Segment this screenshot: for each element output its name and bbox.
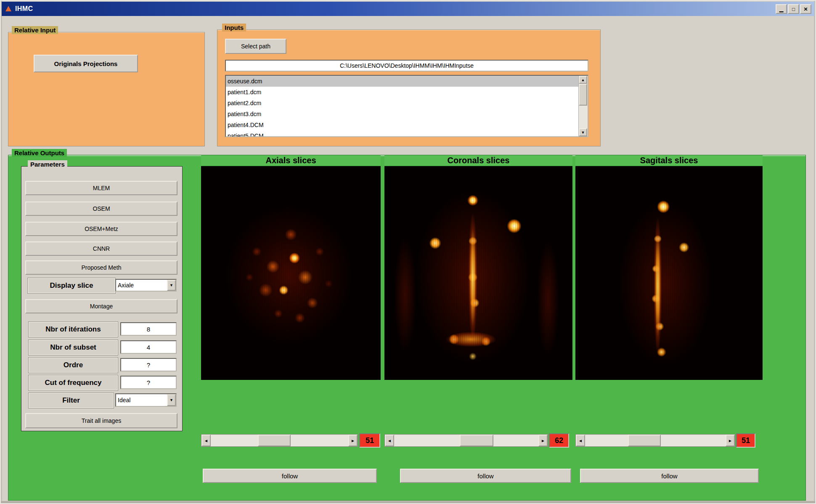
file-listbox[interactable]: osseuse.dcm patient1.dcm patient2.dcm pa… — [225, 75, 588, 137]
filter-label: Filter — [29, 393, 114, 408]
coronal-slice-scrollbar[interactable]: ◄ ► — [384, 434, 548, 447]
sagittal-scroll-thumb[interactable] — [628, 435, 661, 446]
app-window: IHMC ▁ □ ✕ Relative Input Originals Proj… — [0, 0, 816, 504]
sagittal-slice-scrollbar[interactable]: ◄ ► — [575, 434, 735, 447]
filter-value: Ideal — [118, 394, 130, 406]
osem-button[interactable]: OSEM — [25, 202, 178, 216]
montage-button[interactable]: Montage — [25, 299, 178, 313]
title-bar: IHMC ▁ □ ✕ — [2, 2, 814, 16]
app-icon — [5, 5, 12, 13]
sagittal-viewer-title: Sagitals slices — [575, 155, 763, 166]
scroll-down-arrow-icon[interactable]: ▼ — [579, 128, 587, 136]
coronal-slice-number[interactable]: 62 — [549, 433, 569, 448]
iterations-field[interactable] — [120, 322, 177, 336]
display-slice-value: Axiale — [118, 280, 134, 291]
filter-dropdown[interactable]: Ideal ▼ — [115, 393, 177, 407]
ordre-field[interactable] — [120, 358, 177, 371]
axial-slice-image — [201, 166, 381, 380]
sagittal-follow-button[interactable]: follow — [580, 469, 759, 483]
osem-metz-button[interactable]: OSEM+Metz — [25, 222, 178, 236]
cnnr-button[interactable]: CNNR — [25, 241, 178, 256]
list-item[interactable]: patient3.dcm — [226, 109, 588, 119]
list-item[interactable]: osseuse.dcm — [226, 76, 588, 87]
scroll-left-arrow-icon[interactable]: ◄ — [576, 435, 585, 446]
relative-input-panel — [8, 32, 205, 146]
coronal-viewer-title: Coronals slices — [384, 155, 572, 166]
chevron-down-icon[interactable]: ▼ — [167, 280, 176, 291]
scroll-up-arrow-icon[interactable]: ▲ — [579, 76, 587, 84]
trait-all-images-button[interactable]: Trait all images — [25, 413, 178, 428]
display-slice-dropdown[interactable]: Axiale ▼ — [115, 279, 177, 292]
axial-viewer-title: Axials slices — [201, 155, 381, 166]
cutoff-frequency-label: Cut of frequency — [29, 375, 118, 390]
subset-field[interactable] — [120, 340, 177, 354]
coronal-scroll-thumb[interactable] — [460, 435, 493, 446]
scroll-right-arrow-icon[interactable]: ► — [538, 435, 548, 446]
close-button[interactable]: ✕ — [800, 4, 811, 14]
sagittal-slice-image — [575, 166, 763, 380]
list-item[interactable]: patient4.DCM — [226, 119, 588, 130]
axial-slice-scrollbar[interactable]: ◄ ► — [201, 434, 358, 447]
scroll-right-arrow-icon[interactable]: ► — [348, 435, 358, 446]
axial-scroll-thumb[interactable] — [258, 435, 291, 446]
axial-follow-button[interactable]: follow — [203, 469, 377, 483]
scroll-left-arrow-icon[interactable]: ◄ — [201, 435, 211, 446]
parameters-panel-title: Parameters — [28, 160, 67, 168]
maximize-button[interactable]: □ — [788, 4, 799, 14]
window-title: IHMC — [15, 5, 33, 13]
axial-slice-number[interactable]: 51 — [359, 433, 380, 448]
iterations-label: Nbr of itérations — [29, 322, 118, 337]
chevron-down-icon[interactable]: ▼ — [167, 394, 176, 406]
proposed-meth-button[interactable]: Proposed Meth — [25, 260, 178, 275]
list-item[interactable]: patient5.DCM — [226, 130, 588, 137]
minimize-button[interactable]: ▁ — [776, 4, 787, 14]
subset-label: Nbr of subset — [29, 340, 118, 355]
mlem-button[interactable]: MLEM — [25, 181, 178, 195]
relative-outputs-panel-title: Relative Outputs — [12, 149, 67, 157]
sagittal-slice-number[interactable]: 51 — [736, 433, 755, 448]
window-controls: ▁ □ ✕ — [776, 4, 811, 14]
scroll-right-arrow-icon[interactable]: ► — [726, 435, 735, 446]
select-path-button[interactable]: Select path — [225, 39, 286, 54]
originals-projections-button[interactable]: Originals Projections — [34, 55, 138, 72]
scroll-left-arrow-icon[interactable]: ◄ — [385, 435, 394, 446]
listbox-scroll-thumb[interactable] — [579, 84, 587, 106]
ordre-label: Ordre — [29, 358, 118, 373]
path-field[interactable] — [225, 60, 588, 72]
relative-input-panel-title: Relative Input — [12, 26, 58, 34]
listbox-scrollbar[interactable]: ▲ ▼ — [578, 76, 588, 136]
display-slice-label: Display slice — [28, 278, 115, 293]
coronal-slice-image — [384, 166, 572, 380]
list-item[interactable]: patient2.dcm — [226, 98, 588, 109]
cutoff-frequency-field[interactable] — [120, 376, 177, 389]
list-item[interactable]: patient1.dcm — [226, 87, 588, 98]
coronal-follow-button[interactable]: follow — [400, 469, 571, 483]
inputs-panel-title: Inputs — [222, 24, 246, 32]
